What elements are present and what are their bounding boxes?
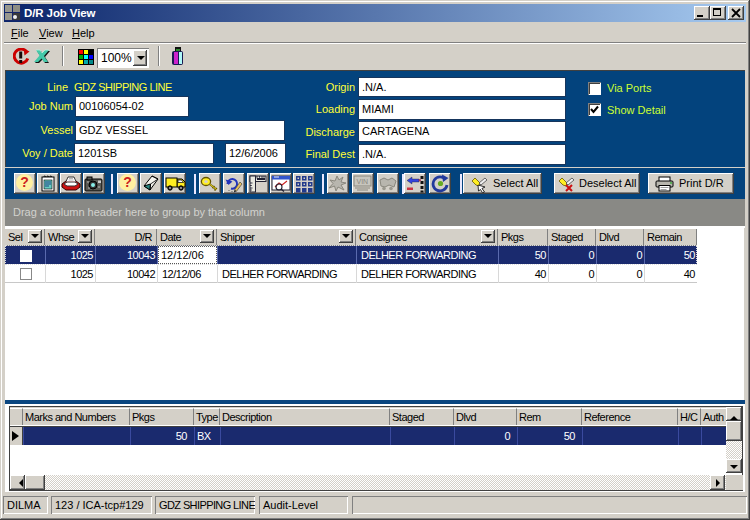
- svg-text:VIN: VIN: [357, 178, 369, 185]
